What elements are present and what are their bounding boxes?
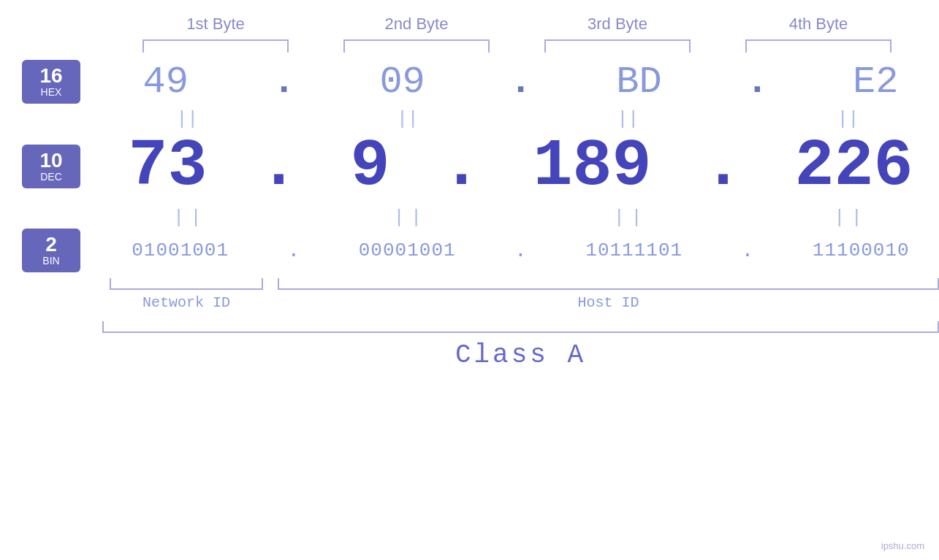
host-id-section: Host ID — [278, 278, 939, 311]
bottom-brackets-row: Network ID Host ID — [0, 278, 939, 311]
bin-dot3: . — [742, 239, 754, 262]
bin-base-num: 2 — [45, 234, 57, 255]
hex-base-num: 16 — [39, 66, 62, 86]
byte2-header: 2nd Byte — [336, 15, 497, 34]
bin-byte3: 10111101 — [585, 239, 683, 261]
top-brackets — [115, 39, 919, 53]
hex-byte3: BD — [616, 61, 661, 104]
dec-base-name: DEC — [40, 171, 62, 183]
dec-dot2: . — [441, 129, 481, 204]
bin-byte1: 01001001 — [132, 239, 229, 261]
bin-base-name: BIN — [42, 255, 59, 266]
eq1-b1: || — [110, 107, 270, 129]
dec-byte4: 226 — [794, 129, 913, 204]
eq2-b4: || — [771, 207, 932, 229]
byte4-header: 4th Byte — [738, 15, 899, 34]
dec-byte3: 189 — [533, 129, 651, 204]
bin-byte4: 11100010 — [813, 239, 910, 261]
bin-badge-col: 2 BIN — [0, 229, 102, 272]
top-bracket-1 — [142, 39, 289, 53]
dec-badge: 10 DEC — [22, 145, 80, 188]
hex-row: 16 HEX 49 . 09 . BD . E2 — [0, 60, 939, 104]
network-bracket — [110, 278, 263, 290]
network-id-label: Network ID — [142, 294, 230, 311]
byte1-header: 1st Byte — [135, 15, 296, 34]
hex-byte1: 49 — [143, 61, 189, 104]
bin-dot2: . — [514, 239, 527, 262]
equals-2-values: || || || || — [102, 207, 939, 229]
equals-1-values: || || || || — [102, 107, 939, 129]
hex-badge: 16 HEX — [22, 60, 80, 104]
hex-dot1: . — [270, 61, 298, 104]
hex-values: 49 . 09 . BD . E2 — [102, 61, 939, 104]
equals-row-1: || || || || — [0, 107, 939, 129]
dec-byte1: 73 — [128, 129, 207, 204]
dec-byte2: 9 — [350, 129, 389, 204]
eq1-b3: || — [550, 107, 711, 129]
dec-values: 73 . 9 . 189 . 226 — [102, 129, 939, 204]
dec-dot3: . — [703, 129, 742, 204]
top-bracket-2 — [343, 39, 490, 53]
host-id-label: Host ID — [577, 294, 639, 311]
hex-base-name: HEX — [41, 86, 62, 98]
eq1-b2: || — [330, 107, 491, 129]
byte-headers: 1st Byte 2nd Byte 3rd Byte 4th Byte — [115, 15, 919, 34]
hex-dot2: . — [506, 61, 535, 104]
hex-byte4: E2 — [853, 61, 898, 104]
dec-base-num: 10 — [39, 150, 62, 171]
class-section: Class A — [102, 321, 939, 370]
eq1-b4: || — [771, 107, 932, 129]
class-label: Class A — [455, 340, 586, 370]
dec-dot1: . — [259, 129, 298, 204]
network-id-section: Network ID — [102, 278, 270, 311]
bin-row: 2 BIN 01001001 . 00001001 . 10111101 . 1… — [0, 229, 939, 272]
dec-badge-col: 10 DEC — [0, 145, 102, 188]
class-bracket — [102, 321, 939, 333]
bin-dot1: . — [288, 239, 300, 262]
dec-row: 10 DEC 73 . 9 . 189 . 226 — [0, 129, 939, 204]
eq2-b2: || — [330, 207, 491, 229]
bottom-brackets-container: Network ID Host ID — [102, 278, 939, 311]
top-bracket-3 — [544, 39, 691, 53]
equals-row-2: || || || || — [0, 207, 939, 229]
bin-badge: 2 BIN — [22, 229, 80, 272]
main-container: 1st Byte 2nd Byte 3rd Byte 4th Byte 16 H… — [0, 0, 939, 560]
bin-values: 01001001 . 00001001 . 10111101 . 1110001… — [102, 239, 939, 262]
hex-badge-col: 16 HEX — [0, 60, 102, 104]
eq2-b1: || — [110, 207, 270, 229]
bin-byte2: 00001001 — [359, 239, 456, 261]
watermark: ipshu.com — [881, 540, 924, 551]
byte3-header: 3rd Byte — [537, 15, 698, 34]
class-bracket-row: Class A — [0, 321, 939, 370]
hex-byte2: 09 — [379, 61, 425, 104]
host-bracket — [278, 278, 939, 290]
hex-dot3: . — [743, 61, 772, 104]
eq2-b3: || — [550, 207, 711, 229]
top-bracket-4 — [745, 39, 892, 53]
